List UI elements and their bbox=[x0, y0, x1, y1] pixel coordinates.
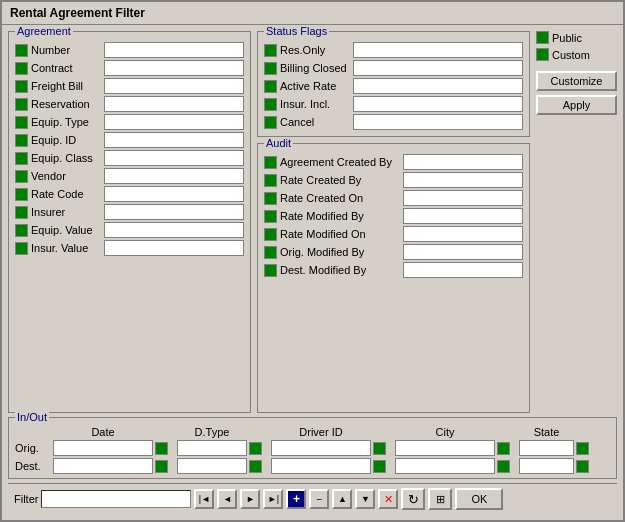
orig-state-btn[interactable] bbox=[576, 442, 589, 455]
nav-remove-button[interactable]: − bbox=[309, 489, 329, 509]
orig-label: Orig. bbox=[15, 442, 51, 454]
agreement-input-1[interactable] bbox=[104, 60, 244, 76]
agreement-input-9[interactable] bbox=[104, 204, 244, 220]
dest-driverid-input[interactable] bbox=[271, 458, 371, 474]
agreement-check-4[interactable] bbox=[15, 116, 28, 129]
agreement-check-6[interactable] bbox=[15, 152, 28, 165]
dest-city-btn[interactable] bbox=[497, 460, 510, 473]
orig-city-input[interactable] bbox=[395, 440, 495, 456]
status-check-1[interactable] bbox=[264, 62, 277, 75]
nav-last-button[interactable]: ►| bbox=[263, 489, 283, 509]
public-checkbox[interactable] bbox=[536, 31, 549, 44]
dest-date-input[interactable] bbox=[53, 458, 153, 474]
audit-label-4: Rate Modified On bbox=[280, 228, 400, 240]
dest-dtype-input[interactable] bbox=[177, 458, 247, 474]
agreement-input-4[interactable] bbox=[104, 114, 244, 130]
audit-label-5: Orig. Modified By bbox=[280, 246, 400, 258]
audit-row-0: Agreement Created By bbox=[264, 154, 523, 170]
dest-dtype-btn[interactable] bbox=[249, 460, 262, 473]
agreement-input-5[interactable] bbox=[104, 132, 244, 148]
agreement-label-5: Equip. ID bbox=[31, 134, 101, 146]
orig-city-btn[interactable] bbox=[497, 442, 510, 455]
customize-button[interactable]: Customize bbox=[536, 71, 617, 91]
nav-down-button[interactable]: ▼ bbox=[355, 489, 375, 509]
agreement-check-0[interactable] bbox=[15, 44, 28, 57]
agreement-input-6[interactable] bbox=[104, 150, 244, 166]
agreement-check-3[interactable] bbox=[15, 98, 28, 111]
agreement-input-8[interactable] bbox=[104, 186, 244, 202]
custom-checkbox[interactable] bbox=[536, 48, 549, 61]
main-window: Rental Agreement Filter Agreement Number… bbox=[0, 0, 625, 522]
filter-input[interactable] bbox=[41, 490, 191, 508]
audit-input-1[interactable] bbox=[403, 172, 523, 188]
audit-check-2[interactable] bbox=[264, 192, 277, 205]
nav-add-button[interactable]: + bbox=[286, 489, 306, 509]
dest-state-btn[interactable] bbox=[576, 460, 589, 473]
agreement-check-2[interactable] bbox=[15, 80, 28, 93]
audit-input-2[interactable] bbox=[403, 190, 523, 206]
nav-cancel-button[interactable]: ✕ bbox=[378, 489, 398, 509]
nav-next-button[interactable]: ► bbox=[240, 489, 260, 509]
audit-input-6[interactable] bbox=[403, 262, 523, 278]
dest-date-btn[interactable] bbox=[155, 460, 168, 473]
agreement-input-2[interactable] bbox=[104, 78, 244, 94]
dest-state-input[interactable] bbox=[519, 458, 574, 474]
audit-input-5[interactable] bbox=[403, 244, 523, 260]
status-input-0[interactable] bbox=[353, 42, 523, 58]
agreement-check-8[interactable] bbox=[15, 188, 28, 201]
status-check-3[interactable] bbox=[264, 98, 277, 111]
audit-label-1: Rate Created By bbox=[280, 174, 400, 186]
audit-input-4[interactable] bbox=[403, 226, 523, 242]
status-row-1: Billing Closed bbox=[264, 60, 523, 76]
status-input-2[interactable] bbox=[353, 78, 523, 94]
agreement-input-0[interactable] bbox=[104, 42, 244, 58]
title-bar: Rental Agreement Filter bbox=[2, 2, 623, 25]
audit-check-5[interactable] bbox=[264, 246, 277, 259]
agreement-check-9[interactable] bbox=[15, 206, 28, 219]
status-check-2[interactable] bbox=[264, 80, 277, 93]
audit-check-4[interactable] bbox=[264, 228, 277, 241]
orig-state-input[interactable] bbox=[519, 440, 574, 456]
refresh-button[interactable]: ↻ bbox=[401, 488, 425, 510]
orig-driverid-input[interactable] bbox=[271, 440, 371, 456]
agreement-input-10[interactable] bbox=[104, 222, 244, 238]
agreement-check-7[interactable] bbox=[15, 170, 28, 183]
agreement-check-1[interactable] bbox=[15, 62, 28, 75]
grid-button[interactable]: ⊞ bbox=[428, 488, 452, 510]
dest-driverid-btn[interactable] bbox=[373, 460, 386, 473]
agreement-check-5[interactable] bbox=[15, 134, 28, 147]
audit-check-0[interactable] bbox=[264, 156, 277, 169]
agreement-input-7[interactable] bbox=[104, 168, 244, 184]
orig-dtype-input[interactable] bbox=[177, 440, 247, 456]
status-input-3[interactable] bbox=[353, 96, 523, 112]
orig-date-btn[interactable] bbox=[155, 442, 168, 455]
audit-check-6[interactable] bbox=[264, 264, 277, 277]
status-label: Status Flags bbox=[264, 25, 329, 37]
status-check-0[interactable] bbox=[264, 44, 277, 57]
status-section: Status Flags Res.Only Billing Closed Act… bbox=[257, 31, 530, 137]
audit-check-3[interactable] bbox=[264, 210, 277, 223]
agreement-row-2: Freight Bill bbox=[15, 78, 244, 94]
dest-city-input[interactable] bbox=[395, 458, 495, 474]
audit-check-1[interactable] bbox=[264, 174, 277, 187]
agreement-check-11[interactable] bbox=[15, 242, 28, 255]
agreement-input-3[interactable] bbox=[104, 96, 244, 112]
status-input-4[interactable] bbox=[353, 114, 523, 130]
audit-input-3[interactable] bbox=[403, 208, 523, 224]
nav-up-button[interactable]: ▲ bbox=[332, 489, 352, 509]
agreement-label-6: Equip. Class bbox=[31, 152, 101, 164]
date-header: Date bbox=[53, 426, 153, 438]
agreement-check-10[interactable] bbox=[15, 224, 28, 237]
audit-input-0[interactable] bbox=[403, 154, 523, 170]
orig-date-input[interactable] bbox=[53, 440, 153, 456]
ok-button[interactable]: OK bbox=[455, 488, 503, 510]
status-check-4[interactable] bbox=[264, 116, 277, 129]
agreement-input-11[interactable] bbox=[104, 240, 244, 256]
nav-first-button[interactable]: |◄ bbox=[194, 489, 214, 509]
orig-dtype-btn[interactable] bbox=[249, 442, 262, 455]
apply-button[interactable]: Apply bbox=[536, 95, 617, 115]
nav-prev-button[interactable]: ◄ bbox=[217, 489, 237, 509]
orig-driverid-btn[interactable] bbox=[373, 442, 386, 455]
status-input-1[interactable] bbox=[353, 60, 523, 76]
agreement-row-1: Contract bbox=[15, 60, 244, 76]
